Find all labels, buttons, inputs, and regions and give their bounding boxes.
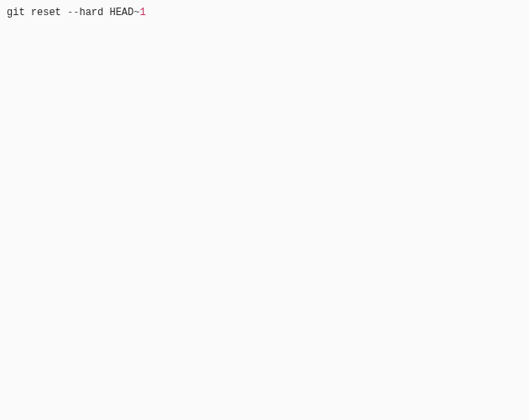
token-space: [61, 7, 67, 18]
token-dashdash: --: [67, 7, 79, 18]
code-line: git reset --hard HEAD~1: [7, 6, 522, 20]
token-space: [25, 7, 31, 18]
token-hard: hard: [79, 7, 103, 18]
token-head: HEAD: [109, 7, 134, 18]
token-git: git: [7, 7, 25, 18]
token-reset: reset: [31, 7, 61, 18]
token-number: 1: [139, 7, 145, 18]
